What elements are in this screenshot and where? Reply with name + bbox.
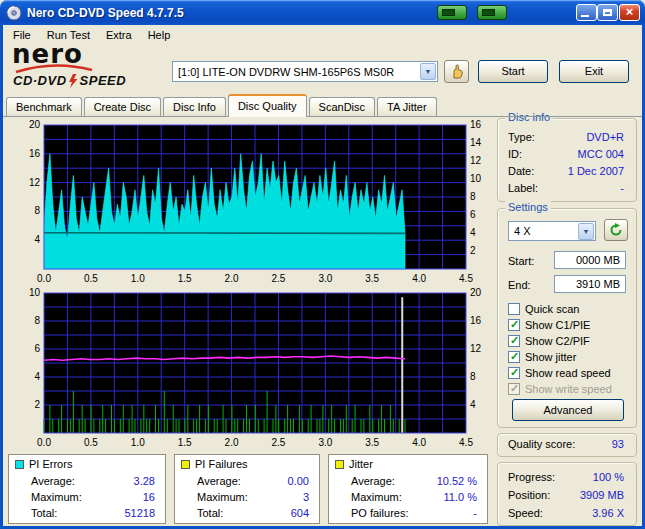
svg-text:4.0: 4.0 bbox=[412, 437, 426, 448]
svg-text:6: 6 bbox=[34, 343, 40, 354]
svg-text:2.0: 2.0 bbox=[225, 273, 239, 284]
svg-text:2.5: 2.5 bbox=[271, 437, 285, 448]
disc-label-label: Label: bbox=[508, 182, 538, 194]
disc-label-value: - bbox=[620, 182, 624, 194]
svg-text:0.0: 0.0 bbox=[37, 273, 51, 284]
quality-score-group: Quality score:93 bbox=[497, 433, 637, 457]
maximize-icon bbox=[603, 9, 612, 16]
pi-errors-legend-swatch bbox=[15, 460, 24, 469]
chevron-down-icon[interactable]: ▼ bbox=[420, 63, 436, 80]
tab-scandisc[interactable]: ScanDisc bbox=[309, 97, 375, 117]
total-value: 604 bbox=[291, 507, 309, 519]
total-value: 51218 bbox=[124, 507, 155, 519]
svg-text:6: 6 bbox=[470, 209, 476, 220]
checkbox-label: Show write speed bbox=[525, 383, 612, 395]
titlebar-plugin-button-2[interactable] bbox=[477, 5, 507, 20]
svg-text:1.0: 1.0 bbox=[131, 437, 145, 448]
titlebar-plugin-button-1[interactable] bbox=[437, 5, 467, 20]
svg-text:2: 2 bbox=[34, 399, 40, 410]
tab-strip-divider bbox=[3, 116, 642, 117]
checkbox-quick-scan[interactable]: Quick scan bbox=[508, 301, 579, 316]
svg-text:20: 20 bbox=[29, 119, 41, 130]
tab-disc-info[interactable]: Disc Info bbox=[163, 97, 226, 117]
window-title: Nero CD-DVD Speed 4.7.7.5 bbox=[27, 6, 184, 20]
average-label: Average: bbox=[351, 475, 395, 487]
titlebar[interactable]: Nero CD-DVD Speed 4.7.7.5 × bbox=[0, 0, 645, 25]
speed-value: 3.96 X bbox=[592, 507, 624, 519]
maximum-value: 16 bbox=[143, 491, 155, 503]
nero-brand-text: nero bbox=[12, 42, 167, 66]
checkbox-show-c2-pif[interactable]: Show C2/PIF bbox=[508, 333, 590, 348]
disc-type-label: Type: bbox=[508, 131, 535, 143]
start-mb-field[interactable] bbox=[554, 251, 626, 269]
checkbox-box bbox=[508, 303, 520, 315]
start-test-button[interactable]: Start bbox=[478, 60, 548, 83]
maximize-button[interactable] bbox=[597, 4, 618, 21]
drive-control-button[interactable] bbox=[444, 60, 469, 83]
svg-text:1.5: 1.5 bbox=[178, 437, 192, 448]
svg-text:3.5: 3.5 bbox=[365, 437, 379, 448]
checkbox-show-write-speed: Show write speed bbox=[508, 381, 612, 396]
progress-group: Progress:100 % Position:3909 MB Speed:3.… bbox=[497, 462, 637, 526]
jitter-title: Jitter bbox=[349, 458, 373, 470]
checkbox-label: Quick scan bbox=[525, 303, 579, 315]
chevron-down-icon[interactable]: ▼ bbox=[578, 223, 594, 240]
pi-failures-stats-box: PI Failures Average:0.00 Maximum:3 Total… bbox=[174, 454, 320, 524]
speed-selector[interactable]: 4 X ▼ bbox=[508, 221, 596, 241]
end-mb-label: End: bbox=[508, 279, 531, 291]
tab-ta-jitter[interactable]: TA Jitter bbox=[377, 97, 437, 117]
tab-create-disc[interactable]: Create Disc bbox=[84, 97, 161, 117]
exit-button[interactable]: Exit bbox=[559, 60, 629, 83]
tab-benchmark[interactable]: Benchmark bbox=[6, 97, 82, 117]
svg-text:12: 12 bbox=[470, 343, 482, 354]
svg-text:10: 10 bbox=[29, 287, 41, 298]
svg-text:12: 12 bbox=[29, 177, 41, 188]
app-window: Nero CD-DVD Speed 4.7.7.5 × File Run Tes… bbox=[0, 0, 645, 529]
minimize-icon bbox=[581, 15, 589, 17]
pi-errors-title: PI Errors bbox=[29, 458, 72, 470]
drive-selector[interactable]: [1:0] LITE-ON DVDRW SHM-165P6S MS0R ▼ bbox=[172, 61, 438, 82]
checkbox-label: Show jitter bbox=[525, 351, 576, 363]
speed-label: Speed: bbox=[508, 507, 543, 519]
advanced-button[interactable]: Advanced bbox=[512, 399, 624, 421]
end-mb-field[interactable] bbox=[554, 275, 626, 293]
svg-text:20: 20 bbox=[470, 287, 482, 298]
tab-disc-quality[interactable]: Disc Quality bbox=[228, 94, 307, 117]
svg-text:2: 2 bbox=[470, 245, 476, 256]
disc-date-value: 1 Dec 2007 bbox=[568, 165, 624, 177]
progress-label: Progress: bbox=[508, 471, 555, 483]
svg-text:0.5: 0.5 bbox=[84, 273, 98, 284]
maximum-value: 11.0 % bbox=[444, 491, 477, 503]
svg-text:3.0: 3.0 bbox=[318, 437, 332, 448]
svg-text:12: 12 bbox=[470, 155, 482, 166]
position-label: Position: bbox=[508, 489, 550, 501]
minimize-button[interactable] bbox=[576, 4, 597, 21]
pi-failures-jitter-chart: 246810481216200.00.51.01.52.02.53.03.54.… bbox=[4, 285, 492, 449]
quality-score-value: 93 bbox=[612, 438, 624, 450]
svg-text:1.0: 1.0 bbox=[131, 273, 145, 284]
maximum-label: Maximum: bbox=[197, 491, 248, 503]
refresh-icon bbox=[609, 223, 623, 237]
refresh-button[interactable] bbox=[604, 219, 628, 241]
checkbox-show-jitter[interactable]: Show jitter bbox=[508, 349, 576, 364]
maximum-label: Maximum: bbox=[351, 491, 402, 503]
checkbox-label: Show C1/PIE bbox=[525, 319, 590, 331]
pi-errors-chart: 481216202468101214160.00.51.01.52.02.53.… bbox=[4, 117, 492, 285]
average-label: Average: bbox=[31, 475, 75, 487]
position-value: 3909 MB bbox=[580, 489, 624, 501]
checkbox-box bbox=[508, 367, 520, 379]
svg-text:8: 8 bbox=[34, 315, 40, 326]
svg-text:0.5: 0.5 bbox=[84, 437, 98, 448]
disc-id-value: MCC 004 bbox=[578, 148, 624, 160]
svg-text:2.5: 2.5 bbox=[271, 273, 285, 284]
po-failures-value: - bbox=[473, 507, 477, 519]
svg-text:16: 16 bbox=[29, 148, 41, 159]
svg-text:4.0: 4.0 bbox=[412, 273, 426, 284]
pi-failures-legend-swatch bbox=[181, 460, 190, 469]
checkbox-show-c1-pie[interactable]: Show C1/PIE bbox=[508, 317, 590, 332]
disc-date-label: Date: bbox=[508, 165, 534, 177]
checkbox-show-read-speed[interactable]: Show read speed bbox=[508, 365, 611, 380]
svg-text:8: 8 bbox=[34, 205, 40, 216]
close-button[interactable]: × bbox=[619, 4, 640, 21]
svg-text:16: 16 bbox=[470, 119, 482, 130]
